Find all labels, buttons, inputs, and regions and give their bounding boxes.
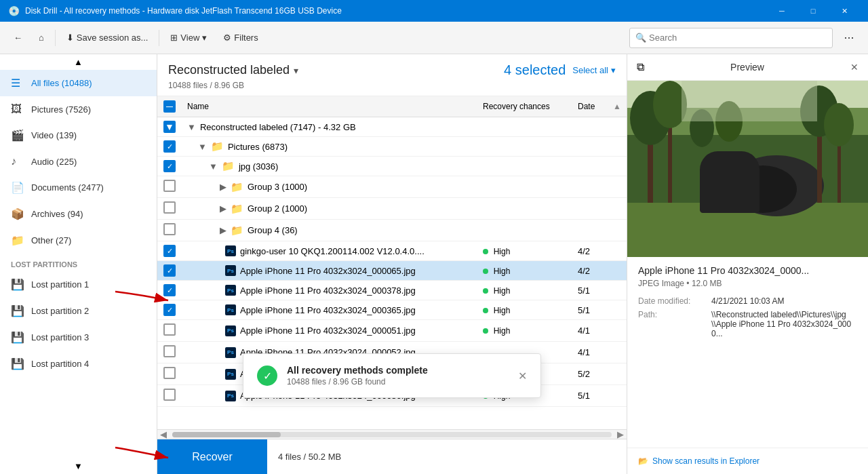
svg-rect-16	[682, 81, 817, 121]
table-header-check[interactable]: ─	[157, 96, 182, 117]
content-header: Reconstructed labeled ▾ 4 selected Selec…	[157, 54, 627, 96]
table-row[interactable]: Ps Apple iPhone 11 Pro 4032x3024_000051.…	[157, 320, 627, 342]
folder-icon: 📁	[211, 140, 224, 153]
back-button[interactable]: ←	[8, 30, 28, 45]
file-name: Group 3 (1000)	[248, 182, 307, 192]
audio-icon: ♪	[11, 155, 24, 167]
recovery-text: High	[494, 306, 511, 315]
preview-meta-date: Date modified: 4/21/2021 10:03 AM	[638, 296, 857, 306]
sidebar-item-all-files[interactable]: ☰ All files (10488)	[0, 70, 157, 96]
select-all-button[interactable]: Select all ▾	[572, 65, 616, 75]
folder-icon: 📁	[231, 181, 243, 193]
row-checkbox[interactable]	[163, 389, 176, 401]
ps-file-icon: Ps	[225, 304, 236, 315]
documents-icon: 📄	[11, 181, 24, 194]
table-header-date[interactable]: Date ▲	[572, 96, 627, 117]
search-input[interactable]	[649, 33, 827, 43]
table-row[interactable]: ✓ Ps ginkgo-user 10 QKQ1.200114.002 V12.…	[157, 241, 627, 261]
search-box[interactable]: 🔍	[629, 28, 833, 48]
row-checkbox[interactable]	[163, 180, 176, 192]
sidebar-item-documents[interactable]: 📄 Documents (2477)	[0, 174, 157, 201]
row-checkbox[interactable]: ✓	[163, 284, 176, 296]
expand-icon[interactable]: ▶	[220, 203, 226, 214]
scroll-up-icon[interactable]: ▲	[613, 102, 621, 111]
table-row[interactable]: ▶ 📁 Group 4 (36)	[157, 220, 627, 241]
close-button[interactable]: ✕	[829, 0, 860, 22]
show-in-explorer-button[interactable]: 📂 Show scan results in Explorer	[627, 448, 868, 474]
table-row[interactable]: ✓ Ps Apple iPhone 11 Pro 4032x3024_00037…	[157, 281, 627, 300]
scroll-thumb[interactable]	[172, 432, 281, 437]
app-icon: 💿	[8, 5, 20, 16]
row-checkbox[interactable]: ✓	[163, 304, 176, 316]
sidebar-item-video[interactable]: 🎬 Video (139)	[0, 122, 157, 149]
scroll-left-button[interactable]: ◀	[157, 429, 170, 439]
table-row[interactable]: ✓ Ps Apple iPhone 11 Pro 4032x3024_00006…	[157, 261, 627, 281]
date-modified-label: Date modified:	[638, 296, 706, 306]
file-name: jpg (3036)	[239, 161, 279, 172]
preview-filetype: JPEG Image • 12.0 MB	[638, 279, 857, 288]
toolbar-divider-2	[159, 30, 159, 46]
row-checkbox[interactable]: ✓	[163, 245, 176, 257]
sidebar-item-lp2[interactable]: 💾 Lost partition 2	[0, 298, 157, 324]
copy-button[interactable]: ⧉	[637, 61, 644, 73]
row-checkbox[interactable]	[163, 367, 176, 379]
expand-icon[interactable]: ▼	[187, 122, 196, 132]
row-checkbox[interactable]	[163, 345, 176, 357]
sidebar-item-label: Lost partition 1	[31, 279, 89, 290]
row-checkbox[interactable]: ✓	[163, 140, 176, 153]
row-checkbox[interactable]	[163, 201, 176, 214]
date-cell: 4/1	[572, 320, 627, 342]
row-checkbox[interactable]	[163, 223, 176, 235]
row-checkbox[interactable]: ▼	[163, 121, 176, 133]
content-wrapper: Reconstructed labeled ▾ 4 selected Selec…	[157, 54, 868, 474]
sidebar-scroll-up[interactable]: ▲	[0, 54, 157, 70]
sidebar-item-audio[interactable]: ♪ Audio (225)	[0, 149, 157, 174]
expand-icon[interactable]: ▼	[209, 161, 218, 172]
window-controls: ─ □ ✕	[766, 0, 860, 22]
recover-button[interactable]: Recover	[157, 439, 267, 475]
sidebar-scroll-down[interactable]: ▼	[0, 458, 157, 474]
sidebar-item-lp4[interactable]: 💾 Lost partition 4	[0, 351, 157, 377]
table-row[interactable]: ✓ ▼ 📁 Pictures (6873)	[157, 137, 627, 157]
table-row[interactable]: ▶ 📁 Group 2 (1000)	[157, 198, 627, 220]
expand-icon[interactable]: ▶	[220, 182, 226, 192]
expand-icon[interactable]: ▼	[198, 142, 207, 152]
success-icon: ✓	[257, 366, 277, 386]
filters-button[interactable]: ⚙ Filters	[218, 30, 263, 45]
table-row[interactable]: ▼ ▼ Reconstructed labeled (7147) - 4.32 …	[157, 117, 627, 137]
table-row[interactable]: ✓ Ps Apple iPhone 11 Pro 4032x3024_00036…	[157, 300, 627, 320]
table-row[interactable]: ✓ ▼ 📁 jpg (3036)	[157, 157, 627, 176]
row-checkbox[interactable]	[163, 323, 176, 336]
date-cell: 4/2	[572, 241, 627, 261]
sidebar-item-archives[interactable]: 📦 Archives (94)	[0, 201, 157, 227]
scroll-track	[172, 432, 612, 437]
sidebar-item-lp1[interactable]: 💾 Lost partition 1	[0, 271, 157, 298]
save-session-button[interactable]: ⬇ Save session as...	[61, 30, 154, 45]
expand-icon[interactable]: ▶	[220, 225, 226, 235]
date-cell: 5/2	[572, 363, 627, 385]
row-checkbox[interactable]: ✓	[163, 264, 176, 277]
category-chevron-icon[interactable]: ▾	[294, 65, 298, 76]
sidebar-item-lp3[interactable]: 💾 Lost partition 3	[0, 324, 157, 351]
folder-icon: 📁	[231, 203, 243, 215]
home-button[interactable]: ⌂	[33, 30, 50, 45]
notification-popup: ✓ All recovery methods complete 10488 fi…	[243, 353, 541, 398]
horizontal-scrollbar[interactable]: ◀ ▶	[157, 429, 627, 439]
more-options-button[interactable]: ···	[838, 27, 860, 49]
row-checkbox[interactable]: ✓	[163, 160, 176, 172]
select-all-checkbox[interactable]: ─	[163, 100, 176, 113]
filter-icon: ⚙	[223, 33, 231, 43]
sidebar-item-other[interactable]: 📁 Other (27)	[0, 227, 157, 254]
table-header-recovery[interactable]: Recovery chances	[477, 96, 572, 117]
sidebar-item-pictures[interactable]: 🖼 Pictures (7526)	[0, 96, 157, 122]
minimize-button[interactable]: ─	[766, 0, 797, 22]
maximize-button[interactable]: □	[797, 0, 829, 22]
view-button[interactable]: ⊞ View ▾	[165, 30, 212, 45]
table-row[interactable]: ▶ 📁 Group 3 (1000)	[157, 176, 627, 198]
scroll-right-button[interactable]: ▶	[614, 429, 627, 439]
notification-content: All recovery methods complete 10488 file…	[287, 365, 509, 387]
row-name-container: Ps Apple iPhone 11 Pro 4032x3024_000378.…	[187, 285, 472, 296]
notification-close-button[interactable]: ✕	[518, 370, 527, 382]
preview-close-button[interactable]: ✕	[850, 62, 859, 73]
table-header-name[interactable]: Name	[182, 96, 477, 117]
